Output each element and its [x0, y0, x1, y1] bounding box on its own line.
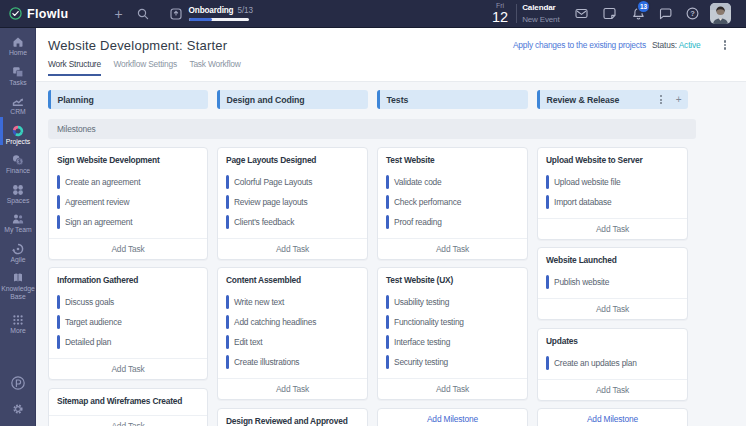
milestone-card[interactable]: Page Layouts DesignedColorful Page Layou… — [217, 147, 368, 260]
add-task-button[interactable]: Add Task — [218, 378, 367, 399]
add-task-button[interactable]: Add Task — [49, 415, 207, 426]
flowlu-p-icon[interactable] — [11, 376, 25, 390]
create-button[interactable]: + — [114, 7, 122, 21]
stage-name: Tests — [387, 95, 409, 105]
milestone-card[interactable]: Website LaunchedPublish websiteAdd Task — [537, 247, 688, 320]
status-value[interactable]: Active — [679, 40, 701, 50]
sidebar-item-spaces[interactable]: Spaces — [0, 180, 36, 210]
task-row[interactable]: Detailed plan — [49, 332, 207, 352]
task-row[interactable]: Proof reading — [378, 212, 527, 232]
tab-task-workflow[interactable]: Task Workflow — [189, 59, 240, 76]
task-row[interactable]: Create illustrations — [218, 352, 367, 372]
task-row[interactable]: Security testing — [378, 352, 527, 372]
calendar-widget[interactable]: Calendar New Event — [522, 4, 559, 24]
add-task-button[interactable]: Add Task — [378, 378, 527, 399]
add-task-button[interactable]: Add Task — [49, 358, 207, 379]
apply-changes-link[interactable]: Apply changes to the existing projects — [513, 40, 646, 50]
task-row[interactable]: Import database — [538, 192, 687, 212]
task-row[interactable]: Review page layouts — [218, 192, 367, 212]
task-row[interactable]: Upload website file — [538, 172, 687, 192]
stage-kebab-icon[interactable] — [658, 95, 664, 105]
task-status-bar — [226, 215, 229, 229]
add-task-button[interactable]: Add Task — [49, 238, 207, 259]
milestone-title: Design Reviewed and Approved — [218, 409, 367, 426]
sidebar-item-tasks[interactable]: Tasks — [0, 62, 36, 92]
mail-icon[interactable] — [575, 7, 588, 20]
topbar-divider — [516, 4, 517, 23]
notifications-bell-icon[interactable]: 13 — [632, 7, 645, 20]
tab-workflow-settings[interactable]: Workflow Settings — [113, 59, 176, 76]
user-avatar[interactable] — [710, 3, 731, 24]
stage-header-tests[interactable]: Tests — [377, 90, 528, 109]
task-row[interactable]: Sign an agreement — [49, 212, 207, 232]
chat-icon[interactable] — [659, 7, 672, 20]
task-row[interactable]: Target audience — [49, 312, 207, 332]
stage-header-review-release[interactable]: Review & Release+ — [537, 90, 688, 109]
sidebar-item-label: Agile — [10, 256, 25, 264]
search-icon[interactable] — [137, 8, 149, 20]
sidebar-item-knowledge-base[interactable]: KnowledgeBase — [0, 268, 36, 310]
task-row[interactable]: Create an agreement — [49, 172, 207, 192]
milestone-card[interactable]: Sign Website DevelopmentCreate an agreem… — [48, 147, 208, 260]
task-row[interactable]: Functionality testing — [378, 312, 527, 332]
task-row[interactable]: Write new text — [218, 292, 367, 312]
sidebar-item-my-team[interactable]: My Team — [0, 209, 36, 239]
milestone-card[interactable]: Content AssembledWrite new textAdd catch… — [217, 267, 368, 400]
add-milestone-button[interactable]: Add Milestone — [377, 408, 528, 426]
sidebar-item-crm[interactable]: CRM — [0, 91, 36, 121]
stage-add-icon[interactable]: + — [676, 95, 682, 105]
sidebar-item-more[interactable]: More — [0, 310, 36, 340]
date-widget[interactable]: Fri 12 — [492, 2, 508, 25]
task-label: Create an agreement — [65, 177, 140, 187]
task-row[interactable]: Validate code — [378, 172, 527, 192]
sidebar-item-finance[interactable]: Finance — [0, 150, 36, 180]
milestone-title: Sitemap and Wireframes Created — [49, 389, 207, 409]
milestone-card[interactable]: Test WebsiteValidate codeCheck perfomanc… — [377, 147, 528, 260]
task-row[interactable]: Check perfomance — [378, 192, 527, 212]
settings-gear-icon[interactable] — [12, 403, 24, 415]
new-event-label: New Event — [522, 16, 559, 24]
task-row[interactable]: Client's feedback — [218, 212, 367, 232]
task-row[interactable]: Publish website — [538, 272, 687, 292]
task-label: Check perfomance — [394, 197, 461, 207]
sidebar-item-agile[interactable]: Agile — [0, 239, 36, 269]
tab-work-structure[interactable]: Work Structure — [48, 59, 101, 76]
task-row[interactable]: Discuss goals — [49, 292, 207, 312]
header-kebab-menu[interactable] — [721, 39, 729, 52]
task-row[interactable]: Interface testing — [378, 332, 527, 352]
task-label: Add catching headlines — [234, 317, 316, 327]
task-status-bar — [57, 335, 60, 349]
milestone-card[interactable]: Upload Website to ServerUpload website f… — [537, 147, 688, 240]
task-row[interactable]: Colorful Page Layouts — [218, 172, 367, 192]
task-status-bar — [546, 275, 549, 289]
stage-header-planning[interactable]: Planning — [48, 90, 208, 109]
task-row[interactable]: Agreement review — [49, 192, 207, 212]
add-task-button[interactable]: Add Task — [538, 218, 687, 239]
sidebar-item-projects[interactable]: Projects — [0, 121, 36, 151]
task-label: Proof reading — [394, 217, 442, 227]
sidebar-item-home[interactable]: Home — [0, 32, 36, 62]
stage-header-design-and-coding[interactable]: Design and Coding — [217, 90, 368, 109]
milestone-card[interactable]: Test Website (UX)Usability testingFuncti… — [377, 267, 528, 400]
task-row[interactable]: Create an updates plan — [538, 353, 687, 373]
milestone-card[interactable]: Sitemap and Wireframes CreatedAdd Task — [48, 388, 208, 426]
tab-bar: Work StructureWorkflow SettingsTask Work… — [48, 59, 253, 76]
flowlu-logo[interactable]: Flowlu — [9, 7, 68, 21]
task-row[interactable]: Add catching headlines — [218, 312, 367, 332]
task-status-bar — [57, 315, 60, 329]
flowlu-logo-text: Flowlu — [27, 7, 68, 21]
add-task-button[interactable]: Add Task — [538, 298, 687, 319]
milestone-card[interactable]: Design Reviewed and ApprovedAdd Task — [217, 408, 368, 426]
task-row[interactable]: Usability testing — [378, 292, 527, 312]
add-task-button[interactable]: Add Task — [378, 238, 527, 259]
milestone-card[interactable]: UpdatesCreate an updates planAdd Task — [537, 328, 688, 401]
help-icon[interactable]: ? — [686, 7, 699, 20]
task-row[interactable]: Edit text — [218, 332, 367, 352]
add-task-button[interactable]: Add Task — [538, 379, 687, 400]
add-task-button[interactable]: Add Task — [218, 238, 367, 259]
onboarding-widget[interactable]: Onboarding 5/13 — [170, 3, 253, 24]
onboarding-label: Onboarding — [189, 6, 234, 15]
milestone-card[interactable]: Information GatheredDiscuss goalsTarget … — [48, 267, 208, 380]
add-milestone-button[interactable]: Add Milestone — [537, 408, 688, 426]
notes-icon[interactable] — [603, 7, 616, 20]
